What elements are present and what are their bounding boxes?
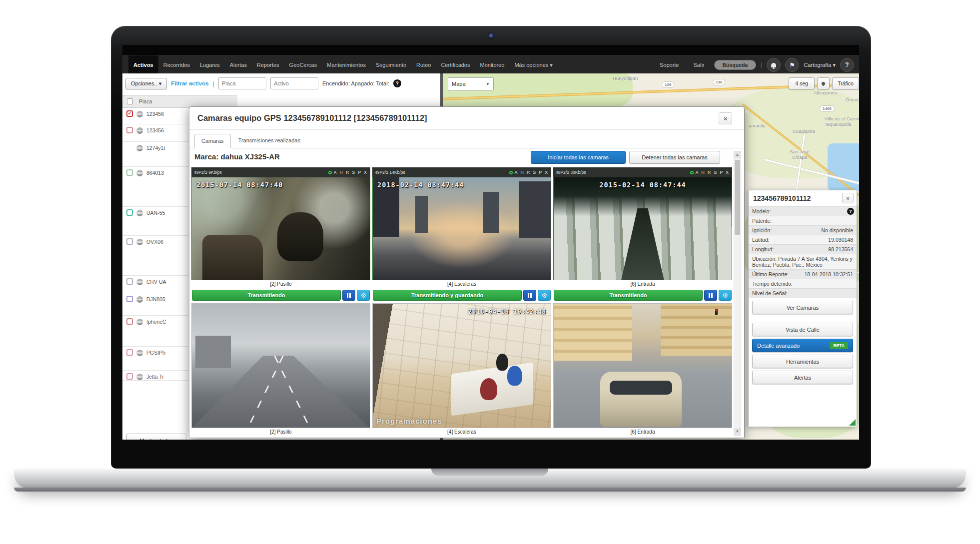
map-shield-129: 129 (662, 81, 674, 88)
nav-alertas[interactable]: Alertas (225, 55, 252, 74)
nav-lugares[interactable]: Lugares (195, 55, 225, 74)
panel-resize-handle[interactable] (849, 419, 856, 426)
detail-value: 19.030148 (828, 237, 853, 243)
camera-video[interactable]: 2015-07-14 08:47:40 (191, 177, 370, 280)
flag-button[interactable]: ⚑ (785, 58, 799, 72)
nav-seguimiento[interactable]: Seguimiento (371, 55, 411, 74)
panel-help-icon[interactable]: ? (847, 208, 854, 215)
asset-checkbox[interactable] (126, 209, 133, 216)
camera-video[interactable]: 2018-02-14 08:47:44 (372, 177, 551, 280)
modal-close-button[interactable]: × (719, 112, 732, 124)
asset-checkbox[interactable]: ✔ (126, 110, 133, 117)
detail-row: Longitud: -98.213564 (749, 245, 857, 254)
pause-button[interactable] (704, 290, 717, 301)
camera-cell: 49P2/2 14Kb/ps A H R S P X 2018-02-14 08… (372, 167, 551, 302)
help-icon: ? (845, 61, 849, 68)
asset-checkbox[interactable] (126, 238, 133, 245)
locate-button[interactable] (817, 77, 830, 89)
asset-checkbox[interactable] (126, 318, 133, 325)
asset-plate: CRV UA (146, 278, 166, 285)
camera-caption: [6] Entrada (553, 280, 732, 289)
panel-close-button[interactable]: × (842, 193, 854, 203)
pause-button[interactable] (523, 290, 536, 301)
herramientas-button[interactable]: Herramientas (752, 355, 853, 368)
mapa-type-select[interactable]: Mapa ▼ (448, 77, 494, 90)
modal-scrollbar[interactable]: ▲ ▼ (734, 151, 741, 436)
panel-header: 123456789101112 × (749, 190, 857, 207)
camera-cell: 2018-04-18 10:42:48 Programaciones [4] E… (372, 303, 551, 437)
toolbar-help-icon[interactable]: ? (393, 79, 401, 87)
nav-recorridos[interactable]: Recorridos (158, 55, 195, 74)
map-label-hueyotlipan: Hueyotlipan (613, 75, 638, 81)
refresh-interval-button[interactable]: 4 seg (789, 77, 815, 89)
nav-reportes[interactable]: Reportes (252, 55, 284, 74)
nav-mantenimientos[interactable]: Mantenimientos (322, 55, 371, 74)
tab-transmisiones[interactable]: Transmisiones realizadas (232, 134, 307, 148)
camera-cell: [6] Entrada (553, 303, 732, 437)
nav-certificados[interactable]: Certificados (436, 55, 475, 74)
app-screen: Activos Recorridos Lugares Alertas Repor… (122, 45, 859, 440)
help-button[interactable]: ? (840, 58, 854, 72)
camera-video[interactable]: 2015-02-14 08:47:44 (553, 177, 732, 280)
ver-camaras-button[interactable]: Ver Camaras (752, 301, 853, 314)
asset-checkbox[interactable] (126, 127, 133, 133)
detail-label: Ignición: (752, 227, 772, 233)
opciones-dropdown[interactable]: Opciones.. ▾ (125, 78, 167, 89)
nav-geocercas[interactable]: GeoCercas (284, 55, 322, 74)
nav-ruteo[interactable]: Ruteo (411, 55, 436, 74)
notifications-button[interactable] (767, 58, 781, 72)
map-label-amantla: amantla (749, 123, 766, 128)
activo-input[interactable] (270, 77, 318, 89)
vista-de-calle-button[interactable]: Vista de Calle (752, 323, 853, 336)
nav-mas-opciones[interactable]: Más opciones ▾ (509, 55, 557, 75)
camera-video[interactable] (191, 303, 370, 428)
tab-camaras[interactable]: Camaras (194, 134, 231, 148)
nav-salir[interactable]: Salir (688, 55, 709, 74)
scroll-down-icon[interactable]: ▼ (734, 428, 741, 435)
camera-cell: [2] Pasillo (191, 303, 370, 437)
camera-settings-button[interactable]: ⚙ (719, 290, 732, 301)
nav-activos[interactable]: Activos (128, 55, 158, 74)
stop-all-cameras-button[interactable]: Detener todas las camaras (629, 151, 720, 164)
chevron-down-icon: ▼ (486, 82, 490, 86)
nav-soporte[interactable]: Soporte (655, 55, 684, 74)
stream-info: 49P2/2 30Kb/ps (556, 170, 586, 175)
video-art (415, 196, 428, 233)
stream-flags: A H R S P X (328, 170, 368, 175)
mostrar-todos-button[interactable]: Mostrar todos (126, 434, 186, 440)
search-button[interactable]: Búsqueda (714, 60, 757, 70)
camera-caption: [4] Escaleras (372, 428, 551, 437)
camera-status-row: Transmitiendo ⚙ (553, 289, 732, 302)
camera-video[interactable] (553, 303, 732, 428)
detalle-avanzado-button[interactable]: Detalle avanzado BETA (752, 339, 853, 352)
scrollbar-thumb[interactable] (735, 160, 740, 235)
asset-plate: DJN805 (146, 296, 165, 302)
stream-flags: A H R S P X (690, 170, 730, 175)
select-all-checkbox[interactable] (127, 98, 133, 104)
camera-settings-button[interactable]: ⚙ (357, 290, 370, 301)
camera-video[interactable]: 2018-04-18 10:42:48 Programaciones (372, 303, 551, 428)
asset-checkbox[interactable] (126, 169, 133, 176)
nav-monitoreo[interactable]: Monitoreo (475, 55, 509, 74)
pause-button[interactable] (342, 290, 355, 301)
recording-dot-icon (328, 171, 332, 174)
stream-info: 49P2/2 9Kb/ps (194, 170, 222, 175)
filtrar-activos-link[interactable]: Filtrar activos (171, 80, 208, 86)
nav-divider: | (761, 61, 762, 68)
globe-icon (136, 374, 143, 380)
camera-stream-bar: 49P2/2 30Kb/ps A H R S P X (553, 167, 732, 177)
asset-checkbox[interactable] (126, 373, 133, 380)
asset-checkbox[interactable] (126, 349, 133, 356)
asset-checkbox[interactable] (126, 278, 133, 285)
start-all-cameras-button[interactable]: Iniciar todas las camaras (531, 151, 626, 164)
alertas-button[interactable]: Alertas (752, 371, 853, 384)
detail-row: Tiempo detenido: (749, 279, 857, 289)
trafico-button[interactable]: Tráfico (832, 77, 859, 89)
detail-label: Nivel de Señal: (752, 290, 788, 296)
mapa-select-value: Mapa (452, 81, 466, 87)
camera-settings-button[interactable]: ⚙ (538, 290, 551, 301)
scroll-up-icon[interactable]: ▲ (734, 151, 741, 158)
placa-input[interactable] (218, 77, 266, 89)
cartografia-dropdown[interactable]: Cartografía ▾ (804, 62, 836, 68)
asset-checkbox[interactable] (126, 296, 133, 302)
